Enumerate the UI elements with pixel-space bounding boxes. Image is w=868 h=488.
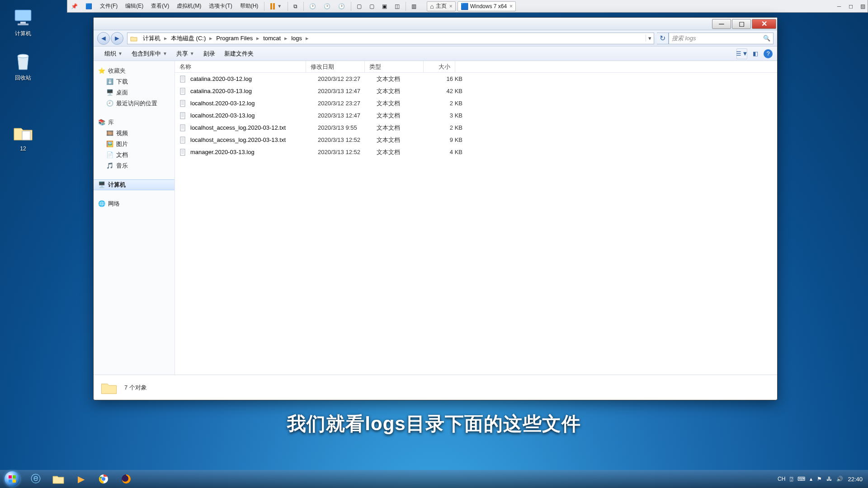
breadcrumb-2[interactable]: Program Files [213, 35, 255, 42]
sidebar-network[interactable]: 🌐网络 [94, 198, 175, 209]
address-dropdown[interactable]: ▾ [646, 35, 654, 42]
host-menu-2[interactable]: 查看(V) [147, 0, 173, 12]
sidebar-lib-2[interactable]: 📄文档 [94, 150, 175, 160]
host-icon[interactable]: ⧉ [290, 0, 302, 12]
text-file-icon [179, 88, 187, 95]
host-app-icon[interactable]: 🟦 [82, 0, 96, 12]
window-max-button[interactable]: ◻ [732, 19, 751, 29]
sidebar-fav-0[interactable]: ⬇️下载 [94, 76, 175, 87]
tray-help-icon[interactable]: ⍰ [790, 476, 793, 482]
unity-icon[interactable]: ◫ [391, 0, 404, 12]
file-row-1[interactable]: catalina.2020-03-13.log2020/3/13 12:47文本… [175, 85, 777, 97]
pause-button[interactable]: ▼ [266, 0, 286, 12]
subtitle-caption: 我们就看logs目录下面的这些文件 [0, 411, 868, 436]
snapshot2-icon[interactable]: 🕑 [320, 0, 335, 12]
explorer-toolbar: 组织▼ 包含到库中▼ 共享▼ 刻录 新建文件夹 ☰▼ ◧ ? [94, 47, 777, 61]
col-name[interactable]: 名称 [175, 61, 306, 72]
col-type[interactable]: 类型 [365, 61, 424, 72]
svg-rect-2 [18, 23, 28, 25]
sidebar-lib-3[interactable]: 🎵音乐 [94, 160, 175, 171]
host-menu-5[interactable]: 帮助(H) [236, 0, 263, 12]
tb-burn[interactable]: 刻录 [199, 47, 220, 61]
tray-volume-icon[interactable]: 🔊 [836, 476, 843, 482]
desktop-recycle[interactable]: 回收站 [6, 51, 40, 82]
svg-rect-33 [9, 475, 12, 479]
sidebar-libraries[interactable]: 📚库 [94, 117, 175, 128]
host-min-button[interactable]: ─ [834, 1, 844, 11]
host-menu-4[interactable]: 选项卡(T) [205, 0, 236, 12]
preview-pane-button[interactable]: ◧ [750, 48, 761, 59]
tray-network-icon[interactable]: 🖧 [826, 476, 832, 482]
taskbar-ie[interactable]: ⓔ [25, 470, 47, 488]
tab-close-icon[interactable]: × [509, 3, 513, 9]
fullscreen-icon[interactable]: ▣ [378, 0, 391, 12]
tray-clock[interactable]: 22:40 [848, 476, 863, 483]
explorer-window: ─ ◻ ✕ ◄ ► 计算机▸本地磁盘 (C:)▸Program Files▸to… [93, 17, 778, 400]
tray-keyboard-icon[interactable]: ⌨ [797, 476, 805, 482]
host-max-button[interactable]: ◻ [846, 1, 856, 11]
start-button[interactable] [0, 470, 24, 488]
col-size[interactable]: 大小 [424, 61, 455, 72]
explorer-titlebar[interactable]: ─ ◻ ✕ [94, 18, 777, 30]
breadcrumb-0[interactable]: 计算机 [140, 34, 163, 42]
taskbar-chrome[interactable] [93, 470, 114, 488]
view1-icon[interactable]: ▢ [353, 0, 366, 12]
col-date[interactable]: 修改日期 [306, 61, 365, 72]
window-close-button[interactable]: ✕ [752, 19, 776, 29]
view2-icon[interactable]: ▢ [366, 0, 378, 12]
nav-back-button[interactable]: ◄ [97, 32, 110, 45]
desktop-computer[interactable]: 计算机 [6, 6, 40, 38]
host-menubar: 📌 🟦 文件(F)编辑(E)查看(V)虚拟机(M)选项卡(T)帮助(H) ▼ ⧉… [67, 0, 868, 13]
file-row-6[interactable]: manager.2020-03-13.log2020/3/13 12:52文本文… [175, 146, 777, 158]
tb-include[interactable]: 包含到库中▼ [127, 47, 172, 61]
tray-ime[interactable]: CH [778, 476, 785, 482]
breadcrumb-sep: ▸ [163, 35, 168, 42]
desktop-folder-12[interactable]: 12 [6, 122, 40, 152]
file-pane: 名称 修改日期 类型 大小 catalina.2020-03-12.log202… [175, 61, 777, 375]
sidebar-lib-1[interactable]: 🖼️图片 [94, 139, 175, 150]
refresh-button[interactable]: ↻ [657, 33, 669, 44]
tb-newfolder[interactable]: 新建文件夹 [220, 47, 258, 61]
sidebar-favorites[interactable]: ⭐收藏夹 [94, 66, 175, 76]
file-row-2[interactable]: localhost.2020-03-12.log2020/3/12 23:27文… [175, 97, 777, 109]
file-row-3[interactable]: localhost.2020-03-13.log2020/3/13 12:47文… [175, 109, 777, 122]
sidebar-fav-1[interactable]: 🖥️桌面 [94, 87, 175, 98]
svg-rect-5 [180, 76, 185, 82]
breadcrumb-1[interactable]: 本地磁盘 (C:) [168, 34, 208, 42]
help-button[interactable]: ? [764, 49, 773, 58]
host-pin-icon[interactable]: 📌 [67, 0, 82, 12]
breadcrumb-4[interactable]: logs [288, 35, 305, 42]
file-list[interactable]: catalina.2020-03-12.log2020/3/12 23:27文本… [175, 73, 777, 375]
sidebar-fav-2[interactable]: 🕘最近访问的位置 [94, 98, 175, 109]
taskbar-media[interactable]: ▶ [70, 470, 92, 488]
sidebar-lib-0[interactable]: 🎞️视频 [94, 128, 175, 139]
taskbar-explorer[interactable] [47, 470, 69, 488]
view-mode-button[interactable]: ☰▼ [736, 48, 747, 59]
host-close-button[interactable]: ▨ [858, 1, 868, 11]
nav-fwd-button[interactable]: ► [111, 32, 123, 45]
tray-flag-icon[interactable]: ⚑ [817, 476, 822, 482]
host-tab-1[interactable]: 🟦Windows 7 x64× [458, 1, 516, 11]
thumbnail-icon[interactable]: ▥ [408, 0, 420, 12]
address-bar[interactable]: 计算机▸本地磁盘 (C:)▸Program Files▸tomcat▸logs▸… [127, 33, 654, 44]
column-headers[interactable]: 名称 修改日期 类型 大小 [175, 61, 777, 73]
snapshot-icon[interactable]: 🕑 [306, 0, 320, 12]
file-row-4[interactable]: localhost_access_log.2020-03-12.txt2020/… [175, 122, 777, 134]
search-input[interactable]: 搜索 logs 🔍 [669, 33, 774, 44]
taskbar-firefox[interactable] [115, 470, 137, 488]
window-min-button[interactable]: ─ [712, 19, 731, 29]
breadcrumb-3[interactable]: tomcat [260, 35, 283, 42]
tb-organize[interactable]: 组织▼ [100, 47, 127, 61]
tb-share[interactable]: 共享▼ [172, 47, 199, 61]
host-menu-3[interactable]: 虚拟机(M) [173, 0, 205, 12]
tab-close-icon[interactable]: × [449, 3, 453, 9]
file-row-5[interactable]: localhost_access_log.2020-03-13.txt2020/… [175, 134, 777, 146]
host-tab-0[interactable]: ⌂主页× [427, 1, 455, 11]
sidebar-computer[interactable]: 🖥️计算机 [94, 179, 175, 190]
host-menu-1[interactable]: 编辑(E) [122, 0, 147, 12]
snapshot3-icon[interactable]: 🕑 [335, 0, 349, 12]
desktop-folder-label: 12 [20, 145, 26, 152]
tray-chevron-icon[interactable]: ▴ [810, 476, 812, 482]
file-row-0[interactable]: catalina.2020-03-12.log2020/3/12 23:27文本… [175, 73, 777, 85]
host-menu-0[interactable]: 文件(F) [96, 0, 122, 12]
